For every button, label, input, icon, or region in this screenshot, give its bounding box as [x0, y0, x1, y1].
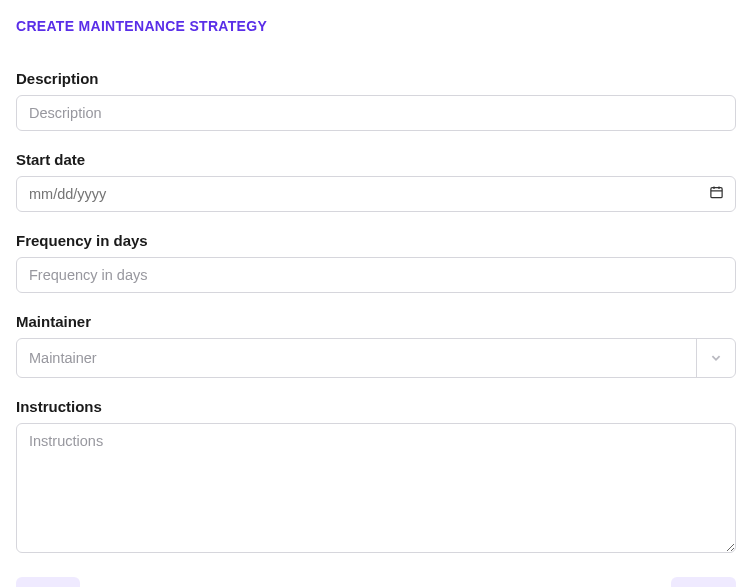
- frequency-label: Frequency in days: [16, 232, 736, 249]
- maintainer-label: Maintainer: [16, 313, 736, 330]
- description-label: Description: [16, 70, 736, 87]
- start-date-group: Start date: [16, 151, 736, 212]
- button-row: Back Save: [16, 577, 736, 587]
- description-input[interactable]: [16, 95, 736, 131]
- save-button[interactable]: Save: [671, 577, 736, 587]
- maintainer-placeholder: Maintainer: [17, 341, 696, 375]
- maintainer-group: Maintainer Maintainer: [16, 313, 736, 378]
- chevron-down-icon: [696, 339, 735, 377]
- start-date-input[interactable]: [16, 176, 736, 212]
- start-date-label: Start date: [16, 151, 736, 168]
- frequency-input[interactable]: [16, 257, 736, 293]
- instructions-label: Instructions: [16, 398, 736, 415]
- frequency-group: Frequency in days: [16, 232, 736, 293]
- instructions-textarea[interactable]: [16, 423, 736, 553]
- back-button[interactable]: Back: [16, 577, 80, 587]
- page-title: CREATE MAINTENANCE STRATEGY: [16, 18, 736, 34]
- description-group: Description: [16, 70, 736, 131]
- instructions-group: Instructions: [16, 398, 736, 557]
- maintainer-select[interactable]: Maintainer: [16, 338, 736, 378]
